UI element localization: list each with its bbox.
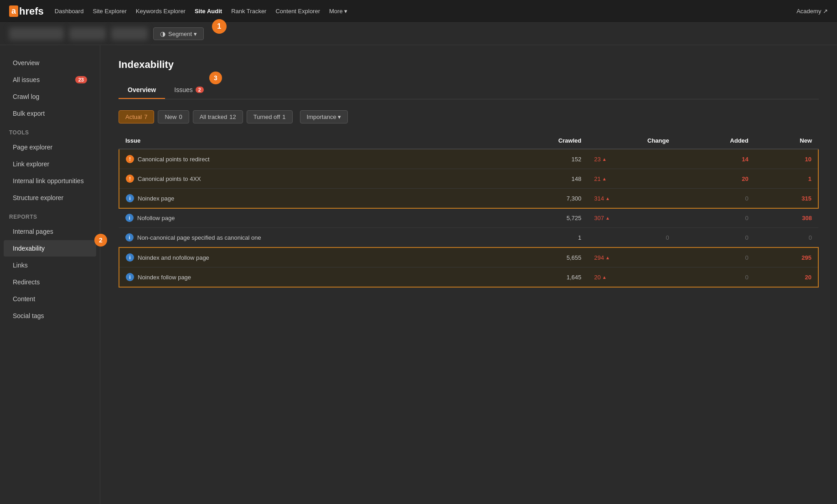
warning-icon: !: [126, 155, 134, 163]
sidebar-reports-label: Reports: [0, 206, 100, 223]
issue-name: i Noindex and nofollow page: [119, 247, 496, 267]
new-value: 295: [755, 247, 818, 267]
new-value: 308: [755, 208, 818, 228]
info-icon: i: [125, 214, 134, 222]
sidebar-item-internal-pages[interactable]: Internal pages: [4, 223, 96, 240]
sidebar-item-crawl-log[interactable]: Crawl log: [4, 88, 96, 105]
blurred-domain-1: [9, 27, 64, 40]
change-value: 20 ▲: [588, 267, 675, 288]
sidebar-item-bulk-export[interactable]: Bulk export: [4, 105, 96, 122]
new-value: 20: [755, 267, 818, 288]
table-row[interactable]: i Non-canonical page specified as canoni…: [119, 228, 818, 248]
main-content: Indexability Overview Issues 2 3 Actual …: [100, 45, 837, 504]
nav-keywords-explorer[interactable]: Keywords Explorer: [136, 6, 186, 16]
sidebar-tools-label: Tools: [0, 122, 100, 139]
nav-rank-tracker[interactable]: Rank Tracker: [231, 6, 266, 16]
nav-academy[interactable]: Academy ↗: [796, 8, 828, 15]
sidebar-item-internal-link-opportunities[interactable]: Internal link opportunities: [4, 173, 96, 189]
table-row[interactable]: i Noindex page 7,300 314 ▲ 0 315: [119, 189, 818, 209]
filter-row: Actual 7 New 0 All tracked 12 Turned off…: [119, 110, 819, 123]
table-row[interactable]: i Noindex follow page 1,645 20 ▲ 0 20: [119, 267, 818, 288]
table-row[interactable]: i Nofollow page 5,725 307 ▲ 0 308: [119, 208, 818, 228]
issue-name: i Non-canonical page specified as canoni…: [119, 228, 496, 248]
issue-name: i Noindex follow page: [119, 267, 496, 288]
added-value: 20: [676, 169, 755, 189]
table-row[interactable]: i Noindex and nofollow page 5,655 294 ▲ …: [119, 247, 818, 267]
added-value: 0: [676, 189, 755, 209]
col-issue: Issue: [119, 133, 496, 149]
nav-dashboard[interactable]: Dashboard: [55, 6, 84, 16]
nav-site-explorer[interactable]: Site Explorer: [93, 6, 126, 16]
sidebar-item-social-tags[interactable]: Social tags: [4, 308, 96, 324]
sidebar-item-link-explorer[interactable]: Link explorer: [4, 156, 96, 172]
page-title: Indexability: [119, 59, 819, 71]
issue-name: i Noindex page: [119, 189, 496, 209]
tabs: Overview Issues 2 3: [119, 82, 819, 99]
all-issues-badge: 23: [75, 76, 87, 83]
importance-dropdown[interactable]: Importance ▾: [300, 110, 348, 123]
segment-label: Segment ▾: [168, 31, 197, 37]
sidebar-item-page-explorer[interactable]: Page explorer: [4, 139, 96, 155]
issues-tab-badge: 2: [196, 87, 204, 93]
logo[interactable]: ahrefs: [9, 5, 44, 17]
sidebar-item-all-issues[interactable]: All issues 23: [4, 72, 96, 88]
tutorial-badge-1: 1: [212, 19, 227, 34]
change-value: 314 ▲: [588, 189, 675, 209]
filter-turned-off[interactable]: Turned off 1: [247, 110, 293, 123]
issues-table: Issue Crawled Change Added New ! Canonic…: [119, 133, 819, 288]
nav-site-audit[interactable]: Site Audit: [195, 6, 222, 16]
top-navigation: ahrefs Dashboard Site Explorer Keywords …: [0, 0, 837, 23]
table-row[interactable]: ! Canonical points to 4XX 148 21 ▲ 20 1: [119, 169, 818, 189]
tutorial-badge-2: 2: [94, 234, 107, 247]
table-row[interactable]: ! Canonical points to redirect 152 23 ▲ …: [119, 149, 818, 169]
tab-issues[interactable]: Issues 2 3: [165, 82, 213, 99]
added-value: 0: [676, 228, 755, 248]
change-value: 0: [588, 228, 675, 248]
added-value: 0: [676, 247, 755, 267]
segment-icon: ◑: [160, 30, 165, 37]
crawled-value: 7,300: [496, 189, 588, 209]
toolbar: ◑ Segment ▾ 1: [0, 23, 837, 45]
crawled-value: 5,655: [496, 247, 588, 267]
new-value: 10: [755, 149, 818, 169]
crawled-value: 152: [496, 149, 588, 169]
logo-icon: a: [9, 5, 18, 17]
nav-more[interactable]: More ▾: [329, 6, 347, 16]
crawled-value: 148: [496, 169, 588, 189]
change-value: 294 ▲: [588, 247, 675, 267]
filter-all-tracked[interactable]: All tracked 12: [193, 110, 243, 123]
new-value: 1: [755, 169, 818, 189]
tab-overview[interactable]: Overview: [119, 82, 165, 99]
col-new: New: [755, 133, 818, 149]
filter-new[interactable]: New 0: [158, 110, 189, 123]
info-icon: i: [126, 273, 134, 281]
warning-icon: !: [126, 175, 134, 183]
sidebar-item-content[interactable]: Content: [4, 291, 96, 307]
crawled-value: 5,725: [496, 208, 588, 228]
issue-name: i Nofollow page: [119, 208, 496, 228]
added-value: 14: [676, 149, 755, 169]
new-value: 315: [755, 189, 818, 209]
sidebar-item-structure-explorer[interactable]: Structure explorer: [4, 190, 96, 206]
sidebar-item-indexability[interactable]: Indexability 2: [4, 240, 96, 257]
info-icon: i: [125, 233, 134, 242]
col-crawled: Crawled: [496, 133, 588, 149]
segment-button[interactable]: ◑ Segment ▾: [153, 27, 204, 40]
crawled-value: 1,645: [496, 267, 588, 288]
info-icon: i: [126, 194, 134, 202]
change-value: 307 ▲: [588, 208, 675, 228]
blurred-domain-3: [111, 27, 148, 40]
sidebar-item-overview[interactable]: Overview: [4, 55, 96, 71]
nav-content-explorer[interactable]: Content Explorer: [275, 6, 320, 16]
filter-actual[interactable]: Actual 7: [119, 110, 154, 123]
col-added: Added: [676, 133, 755, 149]
blurred-domain-2: [69, 27, 106, 40]
change-value: 21 ▲: [588, 169, 675, 189]
sidebar-item-links[interactable]: Links: [4, 257, 96, 273]
sidebar: Overview All issues 23 Crawl log Bulk ex…: [0, 45, 100, 504]
sidebar-item-redirects[interactable]: Redirects: [4, 274, 96, 290]
info-icon: i: [126, 253, 134, 262]
change-value: 23 ▲: [588, 149, 675, 169]
tutorial-badge-3: 3: [209, 72, 222, 84]
new-value: 0: [755, 228, 818, 248]
